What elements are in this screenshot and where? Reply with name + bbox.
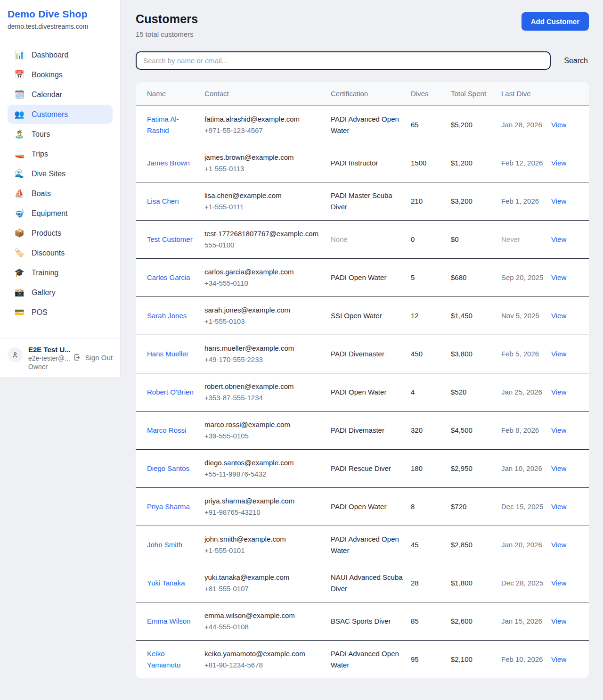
- sign-out-label: Sign Out: [85, 354, 113, 362]
- customer-name-link[interactable]: Keiko Yamamoto: [147, 650, 180, 669]
- view-customer-link[interactable]: View: [551, 388, 566, 396]
- customer-name-link[interactable]: Sarah Jones: [147, 312, 187, 320]
- speedboat-icon: 🚤: [14, 149, 24, 159]
- customer-dives: 1500: [411, 159, 426, 167]
- column-header-certification: Certification: [331, 82, 411, 106]
- sidebar-item-dashboard[interactable]: 📊Dashboard: [8, 45, 113, 65]
- view-customer-link[interactable]: View: [551, 541, 566, 549]
- customer-email: john.smith@example.com: [204, 534, 326, 545]
- customer-certification: PADI Rescue Diver: [331, 464, 391, 472]
- view-customer-link[interactable]: View: [551, 350, 566, 358]
- customer-email: diego.santos@example.com: [204, 457, 326, 469]
- sidebar-item-discounts[interactable]: 🏷️Discounts: [8, 243, 113, 263]
- customer-name-link[interactable]: Marco Rossi: [147, 426, 186, 434]
- sidebar-item-label: Products: [32, 229, 61, 238]
- customer-name-link[interactable]: Emma Wilson: [147, 617, 191, 625]
- sidebar-item-equipment[interactable]: 🤿Equipment: [8, 204, 113, 223]
- sidebar-nav: 📊Dashboard📅Bookings🗓️Calendar👥Customers🏝…: [0, 38, 120, 338]
- customer-name-link[interactable]: Hans Mueller: [147, 350, 188, 358]
- column-header-dives: Dives: [411, 82, 451, 106]
- customer-row: Test Customer test-1772681807767@example…: [136, 221, 589, 259]
- view-customer-link[interactable]: View: [551, 579, 566, 587]
- view-customer-link[interactable]: View: [551, 159, 566, 167]
- add-customer-button[interactable]: Add Customer: [522, 12, 589, 31]
- customer-phone: +49-170-555-2233: [204, 354, 326, 365]
- customer-email: marco.rossi@example.com: [204, 419, 326, 430]
- customer-total-spent: $1,200: [451, 159, 473, 167]
- customer-total-spent: $2,100: [451, 655, 473, 663]
- bar-chart-icon: 📊: [14, 50, 24, 60]
- customer-email: test-1772681807767@example.com: [204, 228, 326, 239]
- sidebar: Demo Dive Shop demo.test.divestreams.com…: [0, 0, 121, 377]
- customer-name-link[interactable]: Fatima Al-Rashid: [147, 115, 179, 134]
- sailboat-icon: ⛵: [14, 189, 24, 198]
- customer-certification: PADI Open Water: [331, 502, 386, 511]
- sidebar-item-label: Discounts: [32, 249, 65, 257]
- customer-email: carlos.garcia@example.com: [204, 266, 326, 278]
- view-customer-link[interactable]: View: [551, 312, 566, 320]
- view-customer-link[interactable]: View: [551, 502, 566, 511]
- sign-out-button[interactable]: Sign Out: [73, 353, 113, 362]
- customer-name-link[interactable]: Yuki Tanaka: [147, 579, 185, 587]
- view-customer-link[interactable]: View: [551, 273, 566, 281]
- customer-row: Carlos Garcia carlos.garcia@example.com …: [136, 259, 589, 297]
- sidebar-item-training[interactable]: 🎓Training: [8, 263, 113, 282]
- customer-name-link[interactable]: Carlos Garcia: [147, 273, 190, 281]
- sidebar-item-label: Dive Sites: [32, 170, 65, 178]
- sidebar-item-tours[interactable]: 🏝️Tours: [8, 124, 113, 144]
- sidebar-item-boats[interactable]: ⛵Boats: [8, 184, 113, 203]
- customer-phone: +81-90-1234-5678: [204, 659, 326, 671]
- customer-last-dive: Jan 20, 2026: [501, 541, 542, 549]
- view-customer-link[interactable]: View: [551, 235, 566, 243]
- customer-last-dive: Sep 20, 2025: [501, 273, 543, 281]
- customer-name-link[interactable]: Robert O'Brien: [147, 388, 194, 396]
- customer-name-link[interactable]: Lisa Chen: [147, 197, 179, 205]
- search-input[interactable]: [136, 51, 551, 70]
- sidebar-item-label: Bookings: [32, 71, 63, 79]
- customers-table: Name Contact Certification Dives Total S…: [136, 82, 589, 678]
- customer-name-link[interactable]: James Brown: [147, 159, 190, 167]
- customer-row: Hans Mueller hans.mueller@example.com +4…: [136, 335, 589, 373]
- customer-phone: 555-0100: [204, 239, 326, 251]
- island-icon: 🏝️: [14, 129, 24, 139]
- sidebar-item-gallery[interactable]: 📸Gallery: [8, 283, 113, 302]
- sidebar-item-dive-sites[interactable]: 🌊Dive Sites: [8, 164, 113, 183]
- customer-dives: 450: [411, 350, 423, 358]
- search-button[interactable]: Search: [563, 54, 589, 68]
- customer-last-dive: Dec 15, 2025: [501, 502, 543, 511]
- view-customer-link[interactable]: View: [551, 617, 566, 625]
- customer-name-link[interactable]: Diego Santos: [147, 464, 189, 472]
- customer-row: Diego Santos diego.santos@example.com +5…: [136, 450, 589, 488]
- sidebar-item-label: Equipment: [32, 209, 68, 218]
- view-customer-link[interactable]: View: [551, 197, 566, 205]
- customer-name-link[interactable]: John Smith: [147, 541, 182, 549]
- customer-last-dive: Feb 10, 2026: [501, 655, 543, 663]
- customer-name-link[interactable]: Test Customer: [147, 235, 193, 243]
- sidebar-item-products[interactable]: 📦Products: [8, 223, 113, 243]
- view-customer-link[interactable]: View: [551, 464, 566, 472]
- customer-total-spent: $5,200: [451, 121, 473, 129]
- customer-certification: PADI Advanced Open Water: [331, 650, 399, 669]
- customer-phone: +971-55-123-4567: [204, 125, 326, 136]
- user-email: e2e-tester@...: [28, 354, 67, 362]
- customer-total-spent: $3,800: [451, 350, 473, 358]
- view-customer-link[interactable]: View: [551, 426, 566, 434]
- table-header-row: Name Contact Certification Dives Total S…: [136, 82, 589, 106]
- customer-dives: 45: [411, 541, 419, 549]
- customer-email: fatima.alrashid@example.com: [204, 114, 326, 125]
- customer-dives: 180: [411, 464, 423, 472]
- customer-total-spent: $1,800: [451, 579, 473, 587]
- spiral-calendar-icon: 🗓️: [14, 90, 24, 99]
- view-customer-link[interactable]: View: [551, 655, 566, 663]
- customer-last-dive: Jan 25, 2026: [501, 388, 542, 396]
- view-customer-link[interactable]: View: [551, 121, 566, 129]
- sidebar-item-calendar[interactable]: 🗓️Calendar: [8, 85, 113, 104]
- sidebar-item-pos[interactable]: 💳POS: [8, 303, 113, 322]
- sidebar-item-customers[interactable]: 👥Customers: [8, 105, 113, 124]
- sidebar-item-trips[interactable]: 🚤Trips: [8, 144, 113, 164]
- people-icon: 👥: [14, 109, 24, 119]
- user-box: E2E Test U... e2e-tester@... Owner Sign …: [0, 338, 120, 377]
- sidebar-item-bookings[interactable]: 📅Bookings: [8, 65, 113, 84]
- customer-name-link[interactable]: Priya Sharma: [147, 502, 190, 511]
- camera-icon: 📸: [14, 288, 24, 297]
